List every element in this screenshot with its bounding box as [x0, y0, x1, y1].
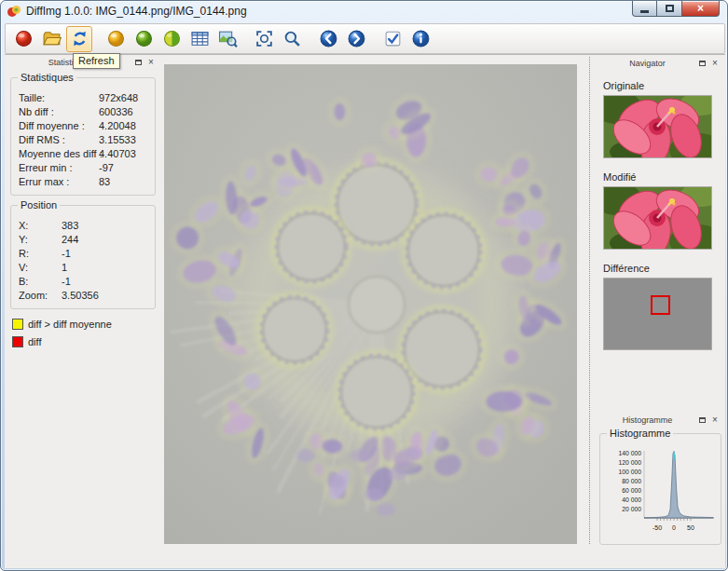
- stat-row: R:-1: [17, 247, 149, 261]
- modified-image-icon: [134, 29, 154, 48]
- position-group: Position X:383 Y:244 R:-1 V:1 B:-1 Zoom:…: [10, 205, 156, 309]
- svg-text:40 000: 40 000: [622, 496, 641, 503]
- histogram-group: Histogramme 140 000 120 000 100 000 80 0…: [599, 433, 721, 545]
- metrics-table-button[interactable]: [186, 26, 213, 52]
- maximize-icon: [666, 5, 674, 12]
- stat-row: X:383: [17, 219, 149, 233]
- app-window: DiffImg 1.0.0: IMG_0144.png/IMG_0144.png…: [0, 0, 728, 571]
- stat-row: Moyenne des diff :4.40703: [17, 147, 149, 161]
- open-button[interactable]: [38, 26, 64, 52]
- svg-text:-50: -50: [652, 524, 662, 531]
- difference-thumbnail[interactable]: [603, 278, 712, 350]
- refresh-icon: [70, 29, 89, 48]
- difference-label: Différence: [603, 263, 723, 274]
- legend-row: diff: [12, 336, 156, 347]
- preferences-icon: [383, 29, 403, 48]
- difference-image: [604, 279, 711, 349]
- zoom-image-button[interactable]: [214, 26, 240, 52]
- zoom-image-icon: [218, 29, 238, 48]
- float-icon: [699, 417, 706, 423]
- legend-swatch-diff: [12, 336, 23, 347]
- previous-image-button[interactable]: [315, 26, 341, 52]
- statistics-group-title: Statistiques: [18, 72, 76, 83]
- modified-flower-image: [604, 187, 711, 249]
- fit-to-window-icon: [254, 29, 274, 48]
- statistics-dock: Statistiques × Statistiques Taille:972x6…: [7, 56, 159, 354]
- fit-to-window-button[interactable]: [251, 26, 277, 52]
- legend-swatch-above-mean: [12, 319, 23, 330]
- statistics-group: Statistiques Taille:972x648 Nb diff :600…: [10, 77, 156, 196]
- stat-row: Diff moyenne :4.20048: [17, 119, 149, 133]
- titlebar[interactable]: DiffImg 1.0.0: IMG_0144.png/IMG_0144.png: [1, 1, 727, 21]
- quit-icon: [14, 29, 34, 48]
- modifie-label: Modifié: [603, 171, 723, 183]
- dock-close-button[interactable]: ×: [709, 415, 721, 425]
- dock-float-button[interactable]: [132, 57, 144, 67]
- show-original-button[interactable]: [103, 26, 129, 52]
- stat-row: V:1: [17, 261, 149, 275]
- histogram-dock: Histogramme × Histogramme 140 000 120 00…: [598, 414, 723, 545]
- window-title: DiffImg 1.0.0: IMG_0144.png/IMG_0144.png: [26, 5, 247, 18]
- close-button[interactable]: ×: [682, 1, 720, 17]
- zoom-button[interactable]: [279, 26, 305, 52]
- float-icon: [135, 60, 142, 65]
- refresh-button[interactable]: [66, 26, 92, 52]
- about-button[interactable]: [407, 26, 433, 52]
- close-icon: ×: [712, 59, 718, 68]
- svg-text:120 000: 120 000: [618, 459, 641, 466]
- maximize-button[interactable]: [657, 1, 682, 17]
- caption-buttons: ×: [632, 1, 720, 17]
- navigator-dock-header: Navigator ×: [598, 57, 723, 69]
- svg-text:50: 50: [687, 524, 694, 531]
- navigator-dock-title: Navigator: [600, 59, 694, 68]
- metrics-table-icon: [190, 29, 210, 48]
- open-folder-icon: [42, 29, 62, 48]
- diff-image: [164, 64, 577, 544]
- navigator-dock: Navigator × Originale Modifié Différence: [598, 57, 723, 350]
- toolbar: [5, 23, 725, 54]
- histogram-group-title: Histogramme: [607, 428, 673, 439]
- svg-text:20 000: 20 000: [622, 506, 641, 512]
- minimize-icon: [640, 10, 649, 13]
- next-image-button[interactable]: [343, 26, 369, 52]
- legend-label: diff > diff moyenne: [28, 319, 112, 330]
- stat-row: Zoom:3.50356: [17, 289, 149, 303]
- float-icon: [699, 61, 706, 66]
- show-difference-button[interactable]: [158, 26, 185, 52]
- dock-close-button[interactable]: ×: [145, 57, 157, 67]
- originale-label: Originale: [603, 80, 723, 91]
- diff-image-view[interactable]: [164, 64, 577, 544]
- histogram-dock-title: Histogramme: [600, 415, 694, 425]
- legend: diff > diff moyenne diff: [12, 319, 156, 347]
- quit-button[interactable]: [10, 26, 36, 52]
- histogram-spike: [644, 452, 713, 519]
- preferences-button[interactable]: [379, 26, 405, 52]
- stat-row: Y:244: [17, 233, 149, 247]
- svg-text:140 000: 140 000: [618, 450, 641, 456]
- stat-row: Erreur min :-97: [17, 161, 149, 175]
- modified-thumbnail[interactable]: [603, 186, 712, 250]
- show-modified-button[interactable]: [130, 26, 157, 52]
- previous-image-icon: [319, 29, 338, 48]
- difference-image-icon: [162, 29, 182, 48]
- minimize-button[interactable]: [632, 1, 657, 17]
- stat-row: Diff RMS :3.15533: [17, 133, 149, 147]
- histogram-dock-header: Histogramme ×: [598, 414, 723, 426]
- original-thumbnail[interactable]: [603, 95, 712, 158]
- diff-region-marker: [651, 295, 670, 315]
- vertical-splitter[interactable]: [589, 57, 590, 544]
- original-image-icon: [106, 29, 126, 48]
- dock-float-button[interactable]: [696, 415, 707, 425]
- close-icon: ×: [697, 3, 704, 14]
- tooltip: Refresh: [73, 53, 120, 69]
- position-group-title: Position: [18, 199, 60, 211]
- app-icon: [7, 4, 21, 19]
- svg-text:80 000: 80 000: [622, 478, 641, 484]
- next-image-icon: [347, 29, 366, 48]
- stat-row: Taille:972x648: [17, 91, 149, 105]
- dock-float-button[interactable]: [696, 58, 707, 68]
- histogram-chart: 140 000 120 000 100 000 80 000 60 000 40…: [603, 445, 718, 537]
- dock-close-button[interactable]: ×: [709, 58, 721, 68]
- stat-row: B:-1: [17, 275, 149, 289]
- close-icon: ×: [712, 415, 718, 425]
